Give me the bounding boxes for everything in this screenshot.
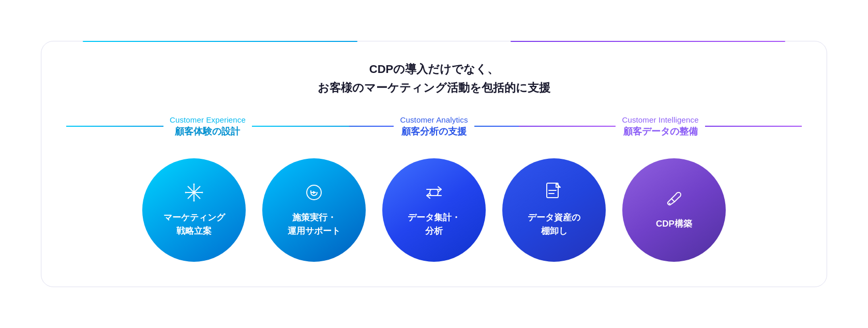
circle-cdp: CDP構築 [622,158,726,262]
category-ci: Customer Intelligence 顧客データの整備 [519,115,802,142]
cx-ja-label: 顧客体験の設計 [175,125,240,138]
cx-title-block: Customer Experience 顧客体験の設計 [163,115,252,138]
category-cx-header: Customer Experience 顧客体験の設計 [66,115,349,138]
svg-point-7 [202,192,203,193]
ci-line-left [519,126,616,127]
svg-point-6 [185,192,187,193]
cx-line-left [66,126,163,127]
circle-cdp-bg: CDP構築 [622,158,726,262]
circle-data-analysis-bg: データ集計・ 分析 [382,158,486,262]
ci-en-label: Customer Intelligence [622,115,698,124]
circles-row: マーケティング 戦略立案 施策実行・ 運用サポート [66,158,802,262]
cx-en-label: Customer Experience [170,115,246,124]
sparkle-icon [184,182,204,206]
circle-data-analysis: データ集計・ 分析 [382,158,486,262]
category-ca: Customer Analytics 顧客分析の支援 [349,115,519,142]
ci-title-block: Customer Intelligence 顧客データの整備 [616,115,705,138]
cdp-label: CDP構築 [656,217,692,231]
cx-line-right [252,126,349,127]
categories-row: Customer Experience 顧客体験の設計 Customer Ana… [66,115,802,142]
marketing-label: マーケティング 戦略立案 [163,211,225,237]
data-analysis-label: データ集計・ 分析 [408,211,460,237]
document-icon [545,182,563,206]
top-line-left [83,41,357,42]
circle-marketing-bg: マーケティング 戦略立案 [142,158,246,262]
main-card: CDPの導入だけでなく、 お客様のマーケティング活動を包括的に支援 Custom… [41,41,827,287]
play-refresh-icon [304,182,324,206]
operations-label: 施策実行・ 運用サポート [288,211,340,237]
wrench-icon [664,189,684,212]
ci-line-right [705,126,802,127]
ca-ja-label: 顧客分析の支援 [401,125,467,138]
svg-point-5 [193,200,195,202]
ca-line-right [474,126,519,127]
data-inventory-label: データ資産の 棚卸し [528,211,580,237]
ci-ja-label: 顧客データの整備 [623,125,698,138]
main-title: CDPの導入だけでなく、 お客様のマーケティング活動を包括的に支援 [66,60,802,96]
category-cx: Customer Experience 顧客体験の設計 [66,115,349,142]
circle-data-inventory-bg: データ資産の 棚卸し [502,158,606,262]
circle-operations: 施策実行・ 運用サポート [262,158,366,262]
ca-line-left [349,126,394,127]
ca-title-block: Customer Analytics 顧客分析の支援 [394,115,474,138]
category-ca-header: Customer Analytics 顧客分析の支援 [349,115,519,138]
circle-marketing: マーケティング 戦略立案 [142,158,246,262]
top-line-right [511,41,785,42]
shuffle-icon [424,182,444,206]
category-ci-header: Customer Intelligence 顧客データの整備 [519,115,802,138]
ca-en-label: Customer Analytics [400,115,468,124]
svg-point-13 [669,203,670,204]
circle-operations-bg: 施策実行・ 運用サポート [262,158,366,262]
circle-data-inventory: データ資産の 棚卸し [502,158,606,262]
svg-marker-9 [313,191,317,194]
svg-point-4 [193,184,195,185]
